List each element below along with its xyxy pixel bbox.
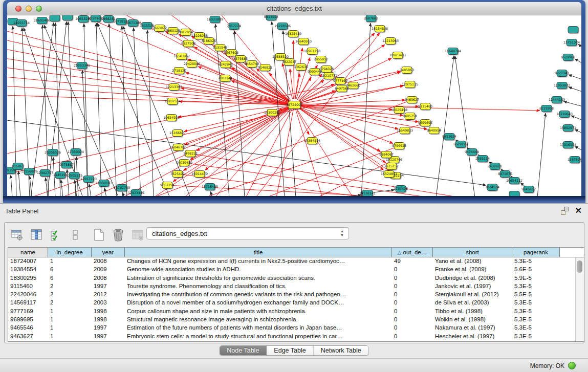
graph-node[interactable]: 8471676 — [498, 171, 512, 178]
graph-node[interactable]: 12213363 — [166, 84, 182, 91]
table-scrollbar-thumb[interactable] — [577, 260, 582, 273]
graph-node[interactable]: 9463627 — [405, 97, 419, 103]
graph-node[interactable]: 9131546 — [213, 45, 227, 51]
table-scrollbar[interactable] — [575, 257, 584, 341]
graph-node[interactable]: 10025458 — [391, 107, 407, 114]
graph-node[interactable]: 8813054 — [264, 15, 278, 20]
graph-node[interactable]: 16782759 — [114, 185, 130, 191]
graph-node[interactable]: 9146821 — [258, 64, 272, 71]
column-header-in_degree[interactable]: in_degree — [48, 248, 92, 257]
graph-node[interactable]: 14136141 — [359, 190, 376, 196]
graph-node[interactable]: 9884067 — [379, 151, 394, 158]
graph-node[interactable]: 835061 — [12, 163, 24, 170]
graph-node[interactable]: 1498222 — [183, 150, 198, 157]
graph-node[interactable]: 18724007 — [286, 101, 302, 109]
graph-node[interactable]: 1362615 — [294, 64, 308, 71]
graph-node[interactable]: 16549823 — [397, 127, 413, 134]
graph-node[interactable]: 1527602 — [89, 15, 103, 22]
graph-node[interactable]: 17957223 — [80, 176, 97, 183]
graph-node[interactable]: 15046786 — [170, 144, 186, 151]
graph-node[interactable]: 20691406 — [34, 17, 50, 24]
graph-node[interactable]: 16640910 — [295, 38, 312, 45]
graph-node[interactable]: 16210643 — [556, 111, 573, 118]
graph-node[interactable]: 7632621 — [488, 163, 502, 170]
show-hide-columns-icon[interactable] — [29, 228, 43, 242]
graph-node[interactable]: 12942757 — [37, 170, 53, 177]
column-settings-icon[interactable] — [10, 228, 24, 242]
graph-node[interactable]: 1733426 — [394, 186, 408, 192]
graph-node[interactable]: 7857224 — [227, 23, 241, 30]
graph-node[interactable]: 20053346 — [74, 62, 90, 69]
column-header-out_de[interactable]: △out_de… — [392, 248, 433, 257]
graph-node[interactable]: 14671388 — [125, 20, 141, 27]
graph-node[interactable]: 12213963 — [382, 38, 399, 45]
table-row[interactable]: 946554611997Estimation of the future num… — [8, 324, 584, 332]
network-table-selector[interactable]: citations_edges.txt ▲▼ — [146, 227, 349, 239]
graph-node[interactable]: 12975115 — [402, 81, 418, 88]
column-header-short[interactable]: short — [433, 248, 512, 257]
graph-node[interactable]: 7485063 — [400, 67, 414, 74]
graph-node[interactable]: 16961758 — [304, 48, 320, 55]
graph-node[interactable]: 9699695 — [418, 120, 432, 126]
graph-node[interactable] — [568, 27, 578, 33]
graph-node[interactable]: 15716485 — [202, 184, 218, 190]
graph-node[interactable]: 17359924 — [68, 149, 84, 156]
new-table-icon[interactable] — [92, 228, 106, 242]
graph-node[interactable]: 1145191 — [53, 172, 68, 179]
graph-node[interactable]: 16543962 — [173, 53, 190, 60]
graph-node[interactable]: 2803144 — [218, 75, 232, 82]
graph-node[interactable]: 8454749 — [245, 61, 259, 68]
delete-table-icon[interactable] — [111, 228, 125, 242]
table-row[interactable]: 946362711997Embryonic stem cells: a mode… — [8, 333, 584, 341]
tab-edge-table[interactable]: Edge Table — [267, 346, 313, 355]
network-canvas[interactable]: 1405571420691406106532871527602946616110… — [7, 15, 581, 196]
tab-node-table[interactable]: Node Table — [220, 346, 267, 355]
memory-status-indicator[interactable] — [568, 362, 576, 369]
network-window-titlebar[interactable]: citations_edges.txt — [7, 2, 581, 15]
table-row[interactable]: 977716911998Corpus callosum shape and si… — [8, 308, 584, 316]
graph-node[interactable]: 10958107 — [96, 180, 112, 187]
graph-node[interactable]: 2935114 — [475, 156, 490, 162]
graph-node[interactable]: 16325419 — [285, 31, 301, 37]
table-row[interactable]: 911546021997Tourette syndrome. Phenomeno… — [8, 282, 584, 291]
graph-node[interactable]: 7955812 — [314, 56, 328, 63]
table-row[interactable]: 2242004622012Investigating the contribut… — [8, 291, 584, 299]
table-row[interactable]: 1872400712008Changes of HCN gene express… — [8, 257, 584, 266]
graph-node[interactable]: 9529966 — [561, 54, 575, 61]
graph-node[interactable]: 9242845 — [219, 61, 233, 68]
graph-node[interactable]: 16154838 — [372, 26, 388, 32]
table-row[interactable]: 1830029562008Estimation of significance … — [8, 274, 584, 282]
graph-node[interactable]: 8186325 — [202, 38, 216, 45]
graph-node[interactable]: 16033809 — [207, 16, 223, 23]
graph-node[interactable]: 14055714 — [13, 20, 30, 27]
graph-node[interactable]: 19384554 — [304, 138, 320, 144]
graph-node[interactable]: 3822037 — [282, 59, 296, 65]
graph-node[interactable]: 15166827 — [169, 130, 186, 137]
graph-node[interactable]: 7615526 — [140, 23, 154, 29]
graph-node[interactable]: 8215958 — [539, 105, 554, 112]
table-row[interactable]: 1938455462009Genome-wide association stu… — [8, 266, 584, 274]
float-panel-icon[interactable] — [561, 207, 569, 215]
graph-node[interactable]: 6679197 — [453, 141, 468, 148]
column-header-pagerank[interactable]: pagerank — [512, 248, 560, 257]
table-row[interactable]: 969969511998Structural magnetic resonanc… — [8, 316, 584, 324]
graph-node[interactable]: 19654923 — [163, 115, 180, 121]
graph-node[interactable]: 9756928 — [392, 143, 406, 149]
graph-node[interactable]: 12923446 — [128, 190, 144, 196]
graph-node[interactable]: 15751074 — [563, 39, 580, 46]
graph-node[interactable]: 11156869 — [21, 168, 37, 175]
graph-node[interactable] — [62, 15, 73, 20]
graph-node[interactable]: 9777169 — [333, 78, 347, 84]
graph-node[interactable]: 19218506 — [274, 23, 291, 30]
graph-node[interactable]: 2967608 — [224, 50, 238, 56]
graph-node[interactable]: 9227343 — [555, 70, 569, 77]
graph-node[interactable]: 9115460 — [418, 103, 432, 110]
column-header-name[interactable]: name — [8, 248, 48, 257]
graph-node[interactable]: 18107554 — [164, 98, 181, 105]
graph-node[interactable]: 16648784 — [445, 48, 461, 55]
column-header-year[interactable]: year — [92, 248, 125, 257]
graph-node[interactable]: 9860124 — [166, 28, 180, 34]
graph-node[interactable]: 9327508 — [181, 40, 195, 47]
graph-node[interactable]: 12444153 — [549, 97, 565, 103]
row-height-icon[interactable] — [68, 228, 82, 242]
